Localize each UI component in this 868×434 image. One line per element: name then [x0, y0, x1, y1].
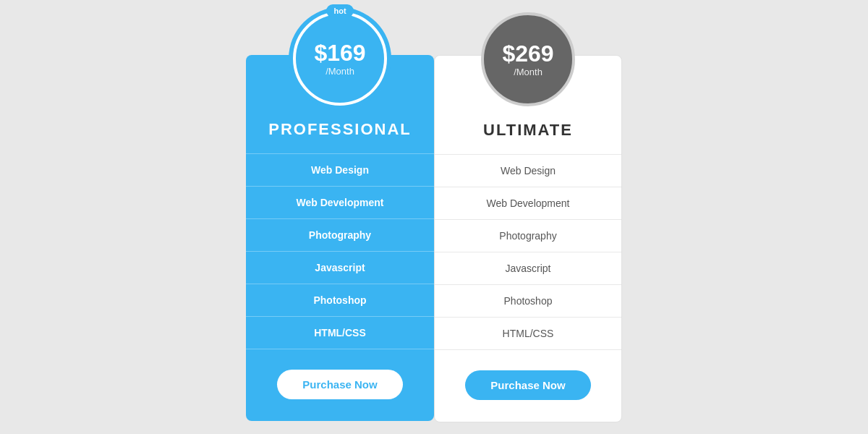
- ult-price-period: /Month: [514, 67, 542, 77]
- pro-card-title: PROFESSIONAL: [261, 120, 419, 139]
- pro-feature-4: Javascript: [246, 251, 434, 284]
- pricing-container: hot $169 /Month PROFESSIONAL Web Design …: [246, 41, 622, 422]
- ult-feature-5: Photoshop: [435, 284, 621, 317]
- ult-feature-4: Javascript: [435, 252, 621, 284]
- pro-features-list: Web Design Web Development Photography J…: [246, 153, 434, 349]
- ultimate-card: $269 /Month ULTIMATE Web Design Web Deve…: [434, 55, 622, 422]
- pro-price-wrapper: hot $169 /Month: [293, 4, 387, 106]
- ult-card-title: ULTIMATE: [483, 121, 573, 140]
- pro-feature-2: Web Development: [246, 186, 434, 218]
- ult-features-list: Web Design Web Development Photography J…: [435, 154, 621, 350]
- pro-price-amount: $169: [314, 41, 365, 66]
- ult-price-amount: $269: [502, 41, 553, 67]
- ult-price-circle: $269 /Month: [481, 12, 575, 106]
- ult-purchase-button[interactable]: Purchase Now: [465, 370, 590, 400]
- ult-feature-3: Photography: [435, 219, 621, 252]
- pro-feature-3: Photography: [246, 218, 434, 251]
- pro-feature-1: Web Design: [246, 153, 434, 186]
- hot-badge: hot: [326, 4, 353, 17]
- pro-feature-5: Photoshop: [246, 284, 434, 316]
- ult-feature-2: Web Development: [435, 187, 621, 219]
- pro-price-period: /Month: [326, 66, 354, 77]
- ult-price-wrapper: $269 /Month: [481, 12, 575, 106]
- ult-feature-1: Web Design: [435, 154, 621, 187]
- ult-feature-6: HTML/CSS: [435, 317, 621, 350]
- pro-price-circle: $169 /Month: [293, 12, 387, 106]
- pro-feature-6: HTML/CSS: [246, 316, 434, 349]
- pro-purchase-button[interactable]: Purchase Now: [277, 370, 402, 399]
- professional-card: hot $169 /Month PROFESSIONAL Web Design …: [246, 55, 434, 421]
